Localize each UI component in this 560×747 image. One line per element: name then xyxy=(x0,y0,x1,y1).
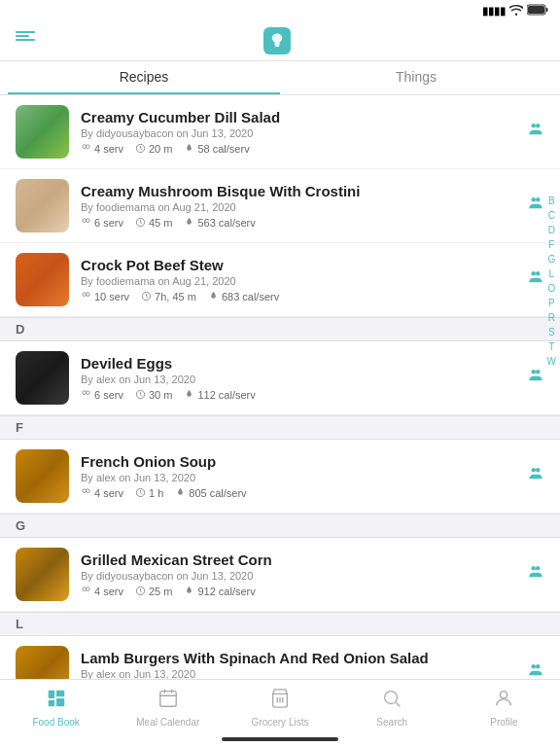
recipe-calories: 58 cal/serv xyxy=(184,143,249,156)
recipe-name: French Onion Soup xyxy=(81,453,519,470)
svg-point-17 xyxy=(532,197,537,202)
section-header-f: F xyxy=(0,415,560,440)
svg-point-38 xyxy=(83,587,87,590)
svg-point-42 xyxy=(536,566,541,571)
recipe-servings: 10 serv xyxy=(81,291,129,303)
recipe-calories: 563 cal/serv xyxy=(184,217,255,230)
index-letter-f[interactable]: F xyxy=(547,238,556,252)
recipe-thumbnail xyxy=(16,351,69,405)
svg-point-15 xyxy=(87,218,90,222)
recipe-servings: 6 serv xyxy=(81,217,123,230)
section-header-d: D xyxy=(0,317,560,341)
status-icons: ▮▮▮▮ xyxy=(482,4,548,18)
recipe-info: French Onion Soup By alex on Jun 13, 202… xyxy=(81,453,519,500)
index-letter-l[interactable]: L xyxy=(547,267,556,281)
flame-icon xyxy=(184,217,194,230)
recipe-thumbnail xyxy=(16,105,69,159)
share-icon[interactable] xyxy=(527,121,544,143)
recipe-item[interactable]: Deviled Eggs By alex on Jun 13, 2020 6 s… xyxy=(0,341,560,415)
index-letter-s[interactable]: S xyxy=(547,326,556,339)
status-bar: ▮▮▮▮ xyxy=(0,0,560,21)
recipe-item[interactable]: Creamy Mushroom Bisque With Crostini By … xyxy=(0,169,560,243)
recipe-name: Lamb Burgers With Spinach And Red Onion … xyxy=(81,650,519,666)
recipe-meta: 6 serv 45 m 563 cal/serv xyxy=(81,217,519,230)
recipe-thumbnail xyxy=(16,179,69,232)
index-letter-g[interactable]: G xyxy=(547,253,556,267)
signal-icon: ▮▮▮▮ xyxy=(482,5,506,18)
home-indicator xyxy=(222,737,338,741)
recipe-time: 30 m xyxy=(135,389,172,402)
app-logo xyxy=(263,27,291,54)
share-icon[interactable] xyxy=(527,367,544,389)
svg-point-33 xyxy=(87,488,90,492)
share-icon[interactable] xyxy=(527,268,544,291)
app-header xyxy=(0,21,560,61)
svg-rect-63 xyxy=(56,691,64,696)
index-letter-r[interactable]: R xyxy=(547,311,556,325)
servings-icon xyxy=(81,143,91,156)
servings-icon xyxy=(81,217,91,230)
clock-icon xyxy=(135,143,146,156)
recipe-time: 1 h xyxy=(135,487,163,500)
recipe-meta: 4 serv 25 m 912 cal/serv xyxy=(81,586,519,598)
index-letter-d[interactable]: D xyxy=(547,224,556,237)
servings-icon xyxy=(81,389,91,402)
svg-point-18 xyxy=(536,197,541,202)
nav-label-2: Grocery Lists xyxy=(252,717,309,728)
recipe-time: 45 m xyxy=(135,217,172,230)
tab-recipes[interactable]: Recipes xyxy=(8,61,280,94)
svg-rect-6 xyxy=(275,46,280,48)
share-icon[interactable] xyxy=(527,563,544,586)
nav-label-3: Search xyxy=(376,717,407,728)
svg-point-29 xyxy=(532,370,537,374)
index-letter-c[interactable]: C xyxy=(547,209,556,223)
nav-icon-4 xyxy=(493,688,514,714)
recipe-info: Deviled Eggs By alex on Jun 13, 2020 6 s… xyxy=(81,355,519,402)
index-letter-t[interactable]: T xyxy=(547,340,556,354)
recipe-item[interactable]: Creamy Cucumber Dill Salad By didyousayb… xyxy=(0,95,560,169)
nav-item-profile[interactable]: Profile xyxy=(448,688,560,728)
share-icon[interactable] xyxy=(527,465,544,487)
recipe-calories: 683 cal/serv xyxy=(208,291,279,303)
nav-item-food-book[interactable]: Food Book xyxy=(0,688,112,728)
svg-point-8 xyxy=(83,144,87,148)
svg-point-67 xyxy=(501,692,508,698)
servings-icon xyxy=(81,291,91,303)
svg-point-23 xyxy=(532,271,537,276)
recipe-thumbnail xyxy=(16,253,69,306)
tab-things[interactable]: Things xyxy=(280,61,552,94)
recipe-item[interactable]: Grilled Mexican Street Corn By didyousay… xyxy=(0,538,560,612)
clock-icon xyxy=(135,389,146,402)
nav-item-search[interactable]: Search xyxy=(336,688,448,728)
nav-label-4: Profile xyxy=(490,717,517,728)
recipe-name: Creamy Mushroom Bisque With Crostini xyxy=(81,183,519,199)
index-letter-o[interactable]: O xyxy=(547,282,556,296)
recipe-item[interactable]: French Onion Soup By alex on Jun 13, 202… xyxy=(0,440,560,514)
index-letter-w[interactable]: W xyxy=(547,355,556,369)
index-letter-p[interactable]: P xyxy=(547,297,556,310)
recipe-item[interactable]: Crock Pot Beef Stew By foodiemama on Aug… xyxy=(0,243,560,317)
svg-rect-1 xyxy=(546,8,548,12)
recipe-calories: 805 cal/serv xyxy=(175,487,246,500)
share-icon[interactable] xyxy=(527,195,544,217)
recipe-group-2: French Onion Soup By alex on Jun 13, 202… xyxy=(0,440,560,514)
recipe-author: By alex on Jun 13, 2020 xyxy=(81,472,519,483)
menu-icon[interactable] xyxy=(16,31,35,52)
index-letter-b[interactable]: B xyxy=(547,195,556,208)
svg-point-66 xyxy=(385,692,398,704)
recipe-author: By didyousaybacon on Jun 13, 2020 xyxy=(81,127,519,139)
recipe-calories: 912 cal/serv xyxy=(184,586,255,598)
clock-icon xyxy=(135,487,146,500)
nav-icon-2 xyxy=(269,688,291,714)
recipe-meta: 4 serv 20 m 58 cal/serv xyxy=(81,143,519,156)
svg-point-24 xyxy=(536,271,541,276)
app-title xyxy=(263,27,297,54)
svg-point-47 xyxy=(532,664,537,669)
recipe-name: Grilled Mexican Street Corn xyxy=(81,551,519,568)
battery-icon xyxy=(527,4,548,18)
nav-icon-0 xyxy=(46,688,67,714)
recipe-calories: 112 cal/serv xyxy=(184,389,255,402)
recipe-servings: 4 serv xyxy=(81,586,123,598)
nav-item-grocery-lists[interactable]: Grocery Lists xyxy=(224,688,335,728)
nav-item-meal-calendar[interactable]: Meal Calendar xyxy=(112,688,224,728)
